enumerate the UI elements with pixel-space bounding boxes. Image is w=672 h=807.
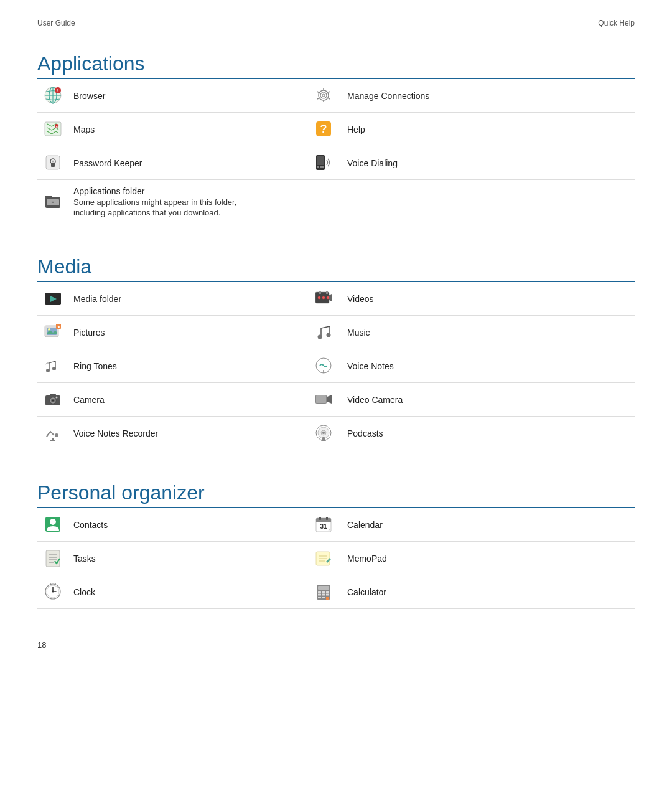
video-camera-icon <box>314 389 334 409</box>
svg-rect-101 <box>326 591 329 593</box>
music-icon <box>314 322 334 342</box>
svg-rect-69 <box>321 440 326 441</box>
svg-rect-27 <box>320 166 322 168</box>
manage-connections-icon <box>314 85 334 105</box>
svg-rect-22 <box>51 163 55 167</box>
applications-section: Applications ! <box>37 52 635 224</box>
svg-point-62 <box>55 433 58 437</box>
svg-text:≡: ≡ <box>52 199 55 205</box>
table-row: Voice Notes Recorder <box>37 417 635 450</box>
page-header: User Guide Quick Help <box>37 19 635 27</box>
videos-icon-cell <box>305 282 342 316</box>
svg-point-58 <box>56 397 58 399</box>
svg-rect-102 <box>318 594 321 596</box>
applications-title: Applications <box>37 52 635 75</box>
media-section: Media Media folder <box>37 255 635 450</box>
contacts-label: Contacts <box>68 508 305 542</box>
svg-rect-104 <box>326 594 329 596</box>
ring-tones-icon-cell <box>37 349 68 383</box>
pictures-label: Pictures <box>68 316 305 349</box>
svg-point-7 <box>320 92 327 98</box>
applications-folder-icon: ≡ <box>43 192 63 212</box>
applications-folder-icon-cell: ≡ <box>37 180 68 224</box>
voice-dialing-icon <box>314 153 334 172</box>
memopad-label: MemoPad <box>342 542 635 575</box>
svg-rect-61 <box>316 395 326 403</box>
voice-dialing-icon-cell <box>305 146 342 180</box>
clock-label: Clock <box>68 575 305 609</box>
memopad-icon <box>314 548 334 568</box>
browser-label: Browser <box>68 79 305 113</box>
personal-organizer-table: Contacts 31 ↗ <box>37 508 635 609</box>
applications-table: ! Browser <box>37 79 635 224</box>
svg-text:!: ! <box>57 88 58 93</box>
personal-organizer-title: Personal organizer <box>37 481 635 504</box>
svg-rect-99 <box>318 591 321 593</box>
svg-point-94 <box>52 591 54 593</box>
voice-notes-label: Voice Notes <box>342 349 635 383</box>
svg-point-38 <box>327 296 330 300</box>
svg-marker-41 <box>329 294 332 301</box>
media-folder-icon <box>43 288 63 308</box>
svg-text:★: ★ <box>57 325 60 329</box>
svg-rect-98 <box>318 586 329 590</box>
svg-rect-26 <box>317 166 319 168</box>
camera-icon <box>43 389 63 409</box>
header-right: Quick Help <box>598 19 635 27</box>
tasks-label: Tasks <box>68 542 305 575</box>
voice-dialing-label: Voice Dialing <box>342 146 635 180</box>
table-row: ≡ Applications folder Some applications … <box>37 180 635 224</box>
maps-icon: ★ <box>43 119 63 139</box>
svg-line-13 <box>317 98 319 100</box>
contacts-icon <box>43 514 63 534</box>
camera-icon-cell <box>37 383 68 417</box>
help-icon-cell: ? <box>305 113 342 146</box>
podcasts-icon-cell <box>305 417 342 450</box>
table-row: ★ Maps ? Help <box>37 113 635 146</box>
help-label: Help <box>342 113 635 146</box>
podcasts-icon <box>314 423 334 443</box>
manage-connections-icon-cell <box>305 79 342 113</box>
voice-notes-recorder-label: Voice Notes Recorder <box>68 417 305 450</box>
media-folder-label: Media folder <box>68 282 305 316</box>
svg-rect-100 <box>322 591 325 593</box>
video-camera-icon-cell <box>305 383 342 417</box>
applications-folder-label: Applications folder Some applications mi… <box>68 180 635 224</box>
tasks-icon <box>43 548 63 568</box>
calendar-icon: 31 ↗ <box>314 514 334 534</box>
ring-tones-label: Ring Tones <box>68 349 305 383</box>
calculator-icon-cell <box>305 575 342 609</box>
music-icon-cell <box>305 316 342 349</box>
media-table: Media folder <box>37 282 635 450</box>
svg-rect-30 <box>45 196 52 198</box>
videos-label: Videos <box>342 282 635 316</box>
svg-marker-60 <box>327 395 332 404</box>
pictures-icon: ★ <box>43 322 63 342</box>
calendar-label: Calendar <box>342 508 635 542</box>
page-footer: 18 <box>37 640 635 649</box>
svg-rect-28 <box>322 166 324 168</box>
svg-rect-79 <box>46 550 60 567</box>
clock-icon <box>43 582 63 602</box>
media-title: Media <box>37 255 635 278</box>
table-row: Contacts 31 ↗ <box>37 508 635 542</box>
clock-icon-cell <box>37 575 68 609</box>
contacts-icon-cell <box>37 508 68 542</box>
pictures-icon-cell: ★ <box>37 316 68 349</box>
maps-label: Maps <box>68 113 305 146</box>
svg-point-47 <box>318 335 322 339</box>
table-row: Password Keeper <box>37 146 635 180</box>
table-row: Media folder <box>37 282 635 316</box>
help-icon: ? <box>314 119 334 139</box>
manage-connections-label: Manage Connections <box>342 79 635 113</box>
svg-text:?: ? <box>320 123 327 135</box>
table-row: ! Browser <box>37 79 635 113</box>
page-number: 18 <box>37 640 46 649</box>
personal-organizer-section: Personal organizer Contacts <box>37 481 635 609</box>
password-keeper-icon-cell <box>37 146 68 180</box>
table-row: ★ Pictures <box>37 316 635 349</box>
maps-icon-cell: ★ <box>37 113 68 146</box>
svg-rect-39 <box>319 291 321 294</box>
voice-notes-icon-cell <box>305 349 342 383</box>
svg-rect-78 <box>326 517 328 520</box>
